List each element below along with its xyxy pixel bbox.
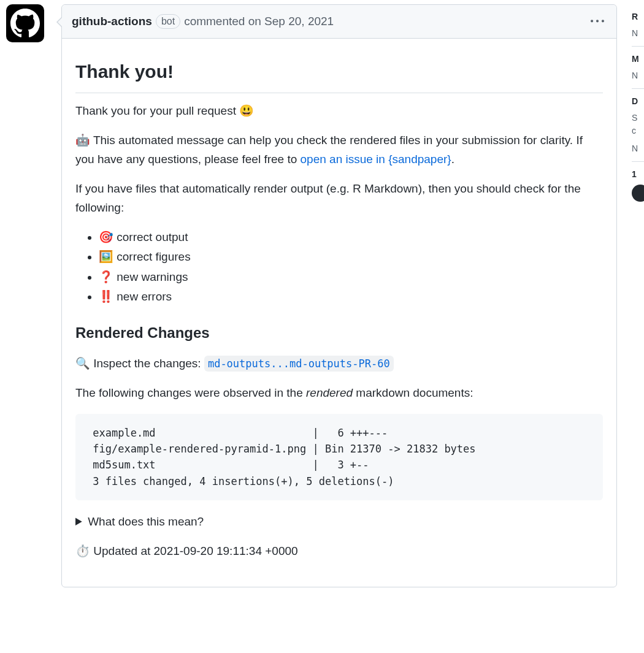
check-list: 🎯 correct output 🖼️ correct figures ❓ ne… [75,228,603,307]
github-icon [10,9,40,38]
render-note: If you have files that automatically ren… [75,180,603,217]
observed-line: The following changes were observed in t… [75,384,603,402]
updated-line: ⏱️ Updated at 2021-09-20 19:11:34 +0000 [75,542,603,560]
list-item: 🖼️ correct figures [99,248,603,266]
comment: github-actions bot commented on Sep 20, … [61,4,617,587]
timestamp[interactable]: on Sep 20, 2021 [248,15,334,28]
list-item: ‼️ new errors [99,288,603,306]
sidebar-heading: M [632,53,644,66]
rendered-heading: Rendered Changes [75,321,603,345]
details-disclosure[interactable]: What does this mean? [75,513,603,531]
bot-badge: bot [156,14,180,29]
kebab-icon [591,15,604,28]
sidebar-heading: D [632,95,644,108]
list-item: ❓ new warnings [99,268,603,286]
details-summary[interactable]: What does this mean? [75,513,603,531]
intro-text: Thank you for your pull request 😃 [75,102,603,120]
sidebar-value: N [632,69,644,82]
sidebar-heading: R [632,10,644,23]
inspect-link[interactable]: md-outputs...md-outputs-PR-60 [204,356,394,372]
comment-header: github-actions bot commented on Sep 20, … [62,5,616,39]
sidebar-heading: 1 [632,168,644,181]
open-issue-link[interactable]: open an issue in {sandpaper} [301,153,451,166]
diff-block: example.md | 6 +++--- fig/example-render… [75,414,603,500]
sidebar-value: N [632,142,644,155]
participant-avatar[interactable] [632,185,644,202]
comment-body: Thank you! Thank you for your pull reque… [62,39,616,587]
sidebar: R N M N D S c N 1 [632,4,644,208]
sidebar-value: N [632,27,644,40]
inspect-line: 🔍 Inspect the changes: md-outputs...md-o… [75,354,603,373]
avatar[interactable] [6,4,44,42]
body-title: Thank you! [75,57,603,93]
auto-message: 🤖 This automated message can help you ch… [75,131,603,169]
commented-text: commented on Sep 20, 2021 [184,13,334,31]
sidebar-value: S c [632,112,644,137]
author-link[interactable]: github-actions [72,13,152,31]
list-item: 🎯 correct output [99,228,603,246]
kebab-menu-button[interactable] [588,12,607,31]
